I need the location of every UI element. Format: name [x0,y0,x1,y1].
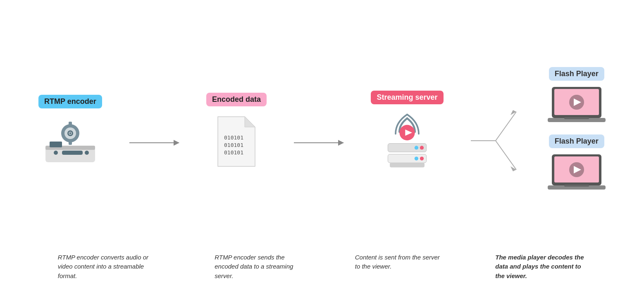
arrow-2-line [294,142,343,143]
flash-player-2-badge: Flash Player [549,134,604,148]
caption-2: RTMP encoder sends the encoded data to a… [215,253,305,281]
diagram-container: RTMP encoder [0,0,644,293]
svg-line-34 [496,141,516,170]
svg-line-32 [496,112,516,141]
svg-text:010101: 010101 [224,149,243,156]
col-rtmp-encoder: RTMP encoder [38,95,102,166]
flash-player-1-badge: Flash Player [549,67,604,81]
flash-player-1-icon [548,85,606,126]
diagram-bottom: RTMP encoder converts audio or video con… [0,249,644,293]
arrow-1-line [129,142,179,143]
svg-rect-5 [69,141,72,145]
svg-point-26 [415,146,418,149]
col-flash-players: Flash Player Flash Player [548,67,606,194]
datafile-icon: 010101 010101 010101 [214,115,259,168]
flash-player-2-icon [548,152,606,194]
diagram-top: RTMP encoder [0,0,644,249]
split-arrows-svg [471,99,520,182]
col-streaming-server: Streaming server [371,91,443,171]
caption-4: The media player decodes the data and pl… [495,253,586,281]
streaming-server-badge: Streaming server [371,91,443,104]
svg-rect-2 [50,142,62,147]
col-encoded-data: Encoded data 010101 010101 010101 [206,93,267,168]
svg-point-28 [420,156,424,160]
svg-text:010101: 010101 [224,134,243,141]
arrow-1 [129,142,179,143]
rtmp-encoder-badge: RTMP encoder [38,95,102,108]
svg-rect-4 [69,122,72,126]
flash-player-2-wrap: Flash Player [548,134,606,194]
svg-rect-41 [564,117,589,119]
caption-3: Content is sent from the server to the v… [355,253,446,271]
svg-point-25 [420,146,424,149]
server-icon [380,113,434,171]
svg-point-15 [69,132,71,134]
encoded-data-badge: Encoded data [206,93,267,106]
arrow-2 [294,142,343,143]
svg-text:010101: 010101 [224,142,243,148]
svg-point-16 [54,151,58,155]
svg-point-29 [415,156,418,160]
flash-player-1-wrap: Flash Player [548,67,606,126]
svg-rect-17 [62,151,83,155]
svg-rect-30 [390,163,425,167]
svg-rect-47 [564,185,589,187]
svg-point-18 [85,151,89,155]
encoder-icon [41,117,99,166]
split-arrow-container [471,99,520,182]
caption-1: RTMP encoder converts audio or video con… [58,253,149,281]
